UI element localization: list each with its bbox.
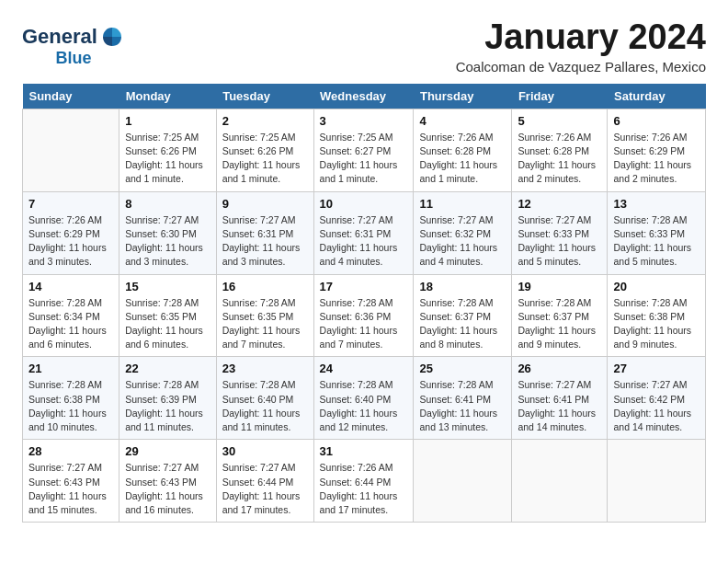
day-info: Sunrise: 7:28 AMSunset: 6:39 PMDaylight:…: [125, 378, 210, 434]
calendar-cell: 21Sunrise: 7:28 AMSunset: 6:38 PMDayligh…: [23, 357, 119, 440]
calendar-cell: 7Sunrise: 7:26 AMSunset: 6:29 PMDaylight…: [23, 191, 119, 274]
logo-blue: Blue: [22, 50, 125, 66]
day-number: 21: [28, 362, 113, 375]
day-info: Sunrise: 7:26 AMSunset: 6:28 PMDaylight:…: [518, 131, 601, 187]
calendar-cell: 5Sunrise: 7:26 AMSunset: 6:28 PMDaylight…: [512, 109, 608, 191]
calendar-cell: 24Sunrise: 7:28 AMSunset: 6:40 PMDayligh…: [313, 357, 414, 440]
calendar-cell: [512, 440, 608, 523]
day-number: 16: [222, 280, 308, 293]
day-number: 19: [518, 280, 601, 293]
month-title: January 2024: [456, 18, 706, 57]
calendar-cell: 13Sunrise: 7:28 AMSunset: 6:33 PMDayligh…: [608, 191, 706, 274]
day-number: 3: [320, 114, 408, 128]
day-info: Sunrise: 7:28 AMSunset: 6:35 PMDaylight:…: [222, 296, 308, 352]
day-info: Sunrise: 7:28 AMSunset: 6:33 PMDaylight:…: [613, 213, 700, 270]
day-number: 17: [320, 280, 408, 293]
day-number: 18: [419, 280, 506, 293]
day-number: 24: [320, 362, 408, 375]
calendar-cell: 31Sunrise: 7:26 AMSunset: 6:44 PMDayligh…: [313, 440, 414, 523]
day-info: Sunrise: 7:27 AMSunset: 6:32 PMDaylight:…: [419, 213, 506, 270]
day-info: Sunrise: 7:27 AMSunset: 6:33 PMDaylight:…: [518, 213, 601, 270]
day-number: 26: [518, 362, 601, 375]
calendar-cell: 25Sunrise: 7:28 AMSunset: 6:41 PMDayligh…: [414, 357, 512, 440]
logo-general: General: [22, 27, 97, 47]
day-number: 13: [613, 197, 700, 211]
header-tuesday: Tuesday: [216, 84, 313, 109]
day-info: Sunrise: 7:26 AMSunset: 6:29 PMDaylight:…: [613, 131, 700, 187]
day-number: 25: [419, 362, 506, 375]
logo-icon: [99, 24, 125, 50]
day-info: Sunrise: 7:28 AMSunset: 6:38 PMDaylight:…: [28, 378, 113, 434]
calendar-cell: 30Sunrise: 7:27 AMSunset: 6:44 PMDayligh…: [216, 440, 313, 523]
day-info: Sunrise: 7:28 AMSunset: 6:36 PMDaylight:…: [320, 296, 408, 352]
location-subtitle: Coalcoman de Vazquez Pallares, Mexico: [456, 59, 706, 75]
day-info: Sunrise: 7:27 AMSunset: 6:43 PMDaylight:…: [28, 461, 113, 517]
calendar-cell: 8Sunrise: 7:27 AMSunset: 6:30 PMDaylight…: [119, 191, 216, 274]
calendar-cell: 15Sunrise: 7:28 AMSunset: 6:35 PMDayligh…: [119, 274, 216, 357]
day-number: 23: [222, 362, 308, 375]
day-info: Sunrise: 7:28 AMSunset: 6:41 PMDaylight:…: [419, 378, 506, 434]
calendar-cell: 27Sunrise: 7:27 AMSunset: 6:42 PMDayligh…: [608, 357, 706, 440]
header-thursday: Thursday: [414, 84, 512, 109]
calendar-cell: 6Sunrise: 7:26 AMSunset: 6:29 PMDaylight…: [608, 109, 706, 191]
day-number: 30: [222, 444, 308, 458]
day-info: Sunrise: 7:27 AMSunset: 6:31 PMDaylight:…: [320, 213, 408, 270]
calendar-cell: 16Sunrise: 7:28 AMSunset: 6:35 PMDayligh…: [216, 274, 313, 357]
day-number: 9: [222, 197, 308, 211]
day-info: Sunrise: 7:28 AMSunset: 6:38 PMDaylight:…: [613, 296, 700, 352]
day-info: Sunrise: 7:25 AMSunset: 6:27 PMDaylight:…: [320, 131, 408, 187]
day-info: Sunrise: 7:28 AMSunset: 6:34 PMDaylight:…: [28, 296, 113, 352]
day-number: 7: [28, 197, 113, 211]
day-number: 5: [518, 114, 601, 128]
day-info: Sunrise: 7:28 AMSunset: 6:40 PMDaylight:…: [222, 378, 308, 434]
calendar-cell: 19Sunrise: 7:28 AMSunset: 6:37 PMDayligh…: [512, 274, 608, 357]
calendar-cell: 17Sunrise: 7:28 AMSunset: 6:36 PMDayligh…: [313, 274, 414, 357]
day-info: Sunrise: 7:27 AMSunset: 6:41 PMDaylight:…: [518, 378, 601, 434]
day-info: Sunrise: 7:28 AMSunset: 6:37 PMDaylight:…: [419, 296, 506, 352]
day-number: 31: [320, 444, 408, 458]
calendar-cell: 11Sunrise: 7:27 AMSunset: 6:32 PMDayligh…: [414, 191, 512, 274]
day-number: 6: [613, 114, 700, 128]
weekday-header-row: Sunday Monday Tuesday Wednesday Thursday…: [23, 84, 706, 109]
day-number: 2: [222, 114, 308, 128]
calendar-cell: 3Sunrise: 7:25 AMSunset: 6:27 PMDaylight…: [313, 109, 414, 191]
calendar-cell: [23, 109, 119, 191]
calendar-week-row: 14Sunrise: 7:28 AMSunset: 6:34 PMDayligh…: [23, 274, 706, 357]
day-info: Sunrise: 7:27 AMSunset: 6:43 PMDaylight:…: [125, 461, 210, 517]
header-friday: Friday: [512, 84, 608, 109]
day-number: 10: [320, 197, 408, 211]
day-info: Sunrise: 7:27 AMSunset: 6:42 PMDaylight:…: [613, 378, 700, 434]
day-number: 4: [419, 114, 506, 128]
calendar-week-row: 7Sunrise: 7:26 AMSunset: 6:29 PMDaylight…: [23, 191, 706, 274]
calendar-cell: 1Sunrise: 7:25 AMSunset: 6:26 PMDaylight…: [119, 109, 216, 191]
calendar-cell: 4Sunrise: 7:26 AMSunset: 6:28 PMDaylight…: [414, 109, 512, 191]
day-info: Sunrise: 7:27 AMSunset: 6:44 PMDaylight:…: [222, 461, 308, 517]
logo: General Blue: [22, 24, 125, 66]
day-number: 20: [613, 280, 700, 293]
header-saturday: Saturday: [608, 84, 706, 109]
calendar-cell: 9Sunrise: 7:27 AMSunset: 6:31 PMDaylight…: [216, 191, 313, 274]
calendar-cell: 28Sunrise: 7:27 AMSunset: 6:43 PMDayligh…: [23, 440, 119, 523]
day-number: 28: [28, 444, 113, 458]
calendar-cell: 14Sunrise: 7:28 AMSunset: 6:34 PMDayligh…: [23, 274, 119, 357]
day-info: Sunrise: 7:25 AMSunset: 6:26 PMDaylight:…: [222, 131, 308, 187]
page-header: General Blue January 2024 Coalcoman de V…: [22, 18, 706, 75]
day-info: Sunrise: 7:25 AMSunset: 6:26 PMDaylight:…: [125, 131, 210, 187]
calendar-cell: [608, 440, 706, 523]
day-info: Sunrise: 7:27 AMSunset: 6:30 PMDaylight:…: [125, 213, 210, 270]
calendar-cell: 20Sunrise: 7:28 AMSunset: 6:38 PMDayligh…: [608, 274, 706, 357]
calendar-cell: 12Sunrise: 7:27 AMSunset: 6:33 PMDayligh…: [512, 191, 608, 274]
calendar-cell: 29Sunrise: 7:27 AMSunset: 6:43 PMDayligh…: [119, 440, 216, 523]
day-info: Sunrise: 7:28 AMSunset: 6:40 PMDaylight:…: [320, 378, 408, 434]
day-number: 29: [125, 444, 210, 458]
header-monday: Monday: [119, 84, 216, 109]
day-number: 8: [125, 197, 210, 211]
calendar-table: Sunday Monday Tuesday Wednesday Thursday…: [22, 84, 706, 523]
calendar-week-row: 28Sunrise: 7:27 AMSunset: 6:43 PMDayligh…: [23, 440, 706, 523]
calendar-cell: 23Sunrise: 7:28 AMSunset: 6:40 PMDayligh…: [216, 357, 313, 440]
day-number: 12: [518, 197, 601, 211]
calendar-cell: 10Sunrise: 7:27 AMSunset: 6:31 PMDayligh…: [313, 191, 414, 274]
day-number: 14: [28, 280, 113, 293]
title-section: January 2024 Coalcoman de Vazquez Pallar…: [456, 18, 706, 75]
day-info: Sunrise: 7:27 AMSunset: 6:31 PMDaylight:…: [222, 213, 308, 270]
